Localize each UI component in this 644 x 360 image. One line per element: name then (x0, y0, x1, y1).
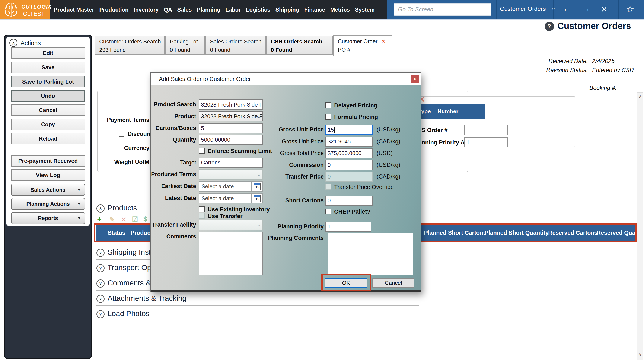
earliest-date-group: Select a date 15 (199, 181, 263, 191)
expand-transport-options-icon[interactable]: ∨ (96, 264, 104, 272)
cancel-button[interactable]: Cancel (11, 104, 85, 116)
earliest-date-input[interactable]: Select a date (199, 182, 251, 191)
favorite-star-icon[interactable]: ☆ (626, 4, 634, 15)
tab-po-number: PO # (338, 46, 392, 53)
reports-dropdown[interactable]: Reports▼ (11, 212, 85, 224)
tab-customer-orders-search[interactable]: Customer Orders Search 293 Found (94, 36, 165, 54)
reload-button[interactable]: Reload (11, 133, 85, 145)
expand-attachments-tracking-icon[interactable]: ∨ (96, 295, 104, 303)
transport-options-section-title[interactable]: Transport Opt (108, 263, 154, 272)
short-cartons-input[interactable]: 0 (326, 195, 373, 205)
goto-screen-input[interactable]: Go To Screen (394, 3, 492, 15)
earliest-date-calendar-button[interactable]: 15 (251, 182, 262, 191)
cancel-dialog-button[interactable]: Cancel (372, 278, 414, 288)
formula-pricing-checkbox[interactable] (326, 114, 331, 120)
dialog-close-button[interactable]: x (411, 75, 419, 83)
menu-product-master[interactable]: Product Master (54, 6, 94, 13)
menu-qa[interactable]: QA (164, 6, 172, 13)
edit-product-icon[interactable]: ✎ (109, 215, 115, 224)
gross-total-price-unit: (USD) (377, 150, 393, 157)
menu-finance[interactable]: Finance (304, 6, 325, 13)
product-search-input[interactable]: 32028 Fresh Pork Side Ribs (199, 99, 263, 110)
chevron-down-icon: ▼ (77, 216, 81, 220)
menu-inventory[interactable]: Inventory (134, 6, 158, 13)
scroll-up-icon[interactable]: ∧ (637, 94, 643, 99)
shipping-instructions-section-title[interactable]: Shipping Instr (108, 248, 153, 256)
order-number-input[interactable] (464, 125, 508, 135)
view-log-button[interactable]: View Log (11, 169, 85, 181)
expand-shipping-instructions-icon[interactable]: ∨ (96, 249, 104, 257)
enforce-scanning-limit-checkbox[interactable] (199, 148, 205, 154)
expand-load-photos-icon[interactable]: ∨ (96, 310, 104, 318)
copy-button[interactable]: Copy (11, 119, 85, 130)
products-section-title[interactable]: Products (108, 204, 137, 212)
chevron-down-icon: ⌄ (257, 114, 261, 119)
gross-total-price-input[interactable]: $75,000.0000 (326, 148, 373, 158)
gross-unit-price-cad-input[interactable]: $21.9045 (326, 137, 373, 147)
menu-labor[interactable]: Labor (225, 6, 241, 13)
tab-sales-orders-search[interactable]: Sales Orders Search 0 Found (205, 36, 266, 54)
delayed-pricing-checkbox[interactable] (326, 102, 331, 108)
product-select[interactable]: 32028 Fresh Pork Side Ribs⌄ (199, 111, 263, 121)
tab-parking-lot[interactable]: Parking Lot 0 Found (165, 36, 205, 54)
planning-actions-dropdown[interactable]: Planning Actions▼ (11, 198, 85, 210)
menu-shipping[interactable]: Shipping (276, 6, 299, 13)
commission-input[interactable]: 0 (326, 160, 373, 170)
tab-title: CSR Orders Search (271, 38, 332, 45)
vertical-scrollbar[interactable] (637, 92, 643, 360)
help-icon[interactable]: ? (544, 22, 554, 31)
chep-pallet-label: CHEP Pallet? (334, 208, 371, 215)
menu-logistics[interactable]: Logistics (246, 6, 270, 13)
save-button[interactable]: Save (11, 62, 85, 73)
tab-customer-order[interactable]: Customer Order✕ PO # (333, 35, 392, 56)
use-existing-inventory-checkbox[interactable] (199, 206, 205, 212)
chep-pallet-checkbox[interactable] (326, 208, 331, 214)
add-sales-order-dialog: Add Sales Order to Customer Order x Prod… (150, 72, 422, 292)
brand-logo[interactable]: CUTLOGIX CLTEST (0, 0, 50, 19)
screen-selector[interactable]: Customer Orders ▼ (500, 5, 556, 12)
planning-priority-input[interactable]: 1 (326, 221, 371, 231)
tab-title: Sales Orders Search (210, 38, 265, 45)
save-to-parking-lot-button[interactable]: Save to Parking Lot (11, 76, 85, 87)
comments-section-title[interactable]: Comments & (108, 279, 151, 287)
tab-close-icon[interactable]: ✕ (381, 38, 386, 44)
gross-unit-price-usd-input[interactable]: 15 (326, 125, 373, 135)
brain-icon (4, 2, 19, 18)
scroll-down-icon[interactable]: ∨ (637, 352, 643, 357)
confirm-product-icon[interactable]: ☑ (132, 215, 138, 223)
menu-sales[interactable]: Sales (177, 6, 192, 13)
revision-status-value: Entered by CSR (592, 67, 634, 73)
pre-payment-received-button[interactable]: Pre-payment Received (11, 155, 85, 167)
forward-arrow-icon[interactable]: → (582, 4, 590, 13)
planning-comments-textarea[interactable] (328, 233, 413, 275)
undo-button[interactable]: Undo (11, 90, 85, 102)
menu-system[interactable]: System (355, 6, 375, 13)
calendar-icon: 15 (254, 183, 261, 190)
menu-metrics[interactable]: Metrics (330, 6, 350, 13)
sales-order-grid-header: ype Number (412, 104, 485, 119)
attachments-tracking-section-title[interactable]: Attachments & Tracking (108, 294, 186, 303)
produced-terms-label: Produced Terms (151, 171, 196, 178)
back-arrow-icon[interactable]: ← (563, 4, 571, 13)
menu-planning[interactable]: Planning (197, 6, 220, 13)
pricing-icon[interactable]: $ (144, 215, 147, 223)
use-transfer-checkbox (199, 213, 205, 219)
use-transfer-label: Use Transfer (208, 213, 242, 220)
add-product-icon[interactable]: + (97, 215, 102, 224)
edit-button[interactable]: Edit (11, 47, 85, 59)
close-screen-icon[interactable]: ✕ (601, 5, 607, 14)
menu-production[interactable]: Production (99, 6, 128, 13)
product-search-value: 32028 Fresh Pork Side Ribs (201, 101, 263, 108)
collapse-products-icon[interactable]: ∧ (96, 204, 104, 213)
planning-priority-adj-input[interactable]: 1 (464, 137, 508, 147)
tab-csr-orders-search[interactable]: CSR Orders Search 0 Found (266, 36, 333, 54)
earliest-date-placeholder: Select a date (202, 183, 234, 190)
sales-actions-dropdown[interactable]: Sales Actions▼ (11, 184, 85, 196)
delete-product-icon[interactable]: ✕ (121, 215, 126, 224)
nav-divider (618, 0, 618, 19)
load-photos-section-title[interactable]: Load Photos (108, 309, 150, 318)
gross-unit-price-usd-unit: (USD/kg) (377, 126, 400, 133)
discount-checkbox[interactable] (119, 131, 124, 137)
collapse-actions-icon[interactable]: ∧ (10, 39, 18, 47)
expand-comments-icon[interactable]: ∨ (96, 279, 104, 288)
